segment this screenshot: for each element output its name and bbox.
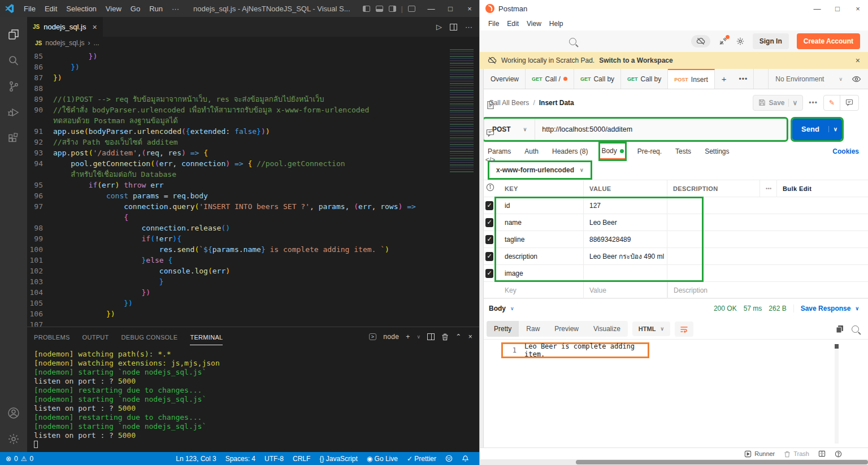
explorer-icon[interactable] bbox=[0, 21, 27, 47]
panel-tab-terminal[interactable]: TERMINAL bbox=[190, 329, 223, 345]
menu-item-1[interactable]: Edit bbox=[40, 5, 62, 13]
status-encoding[interactable]: UTF-8 bbox=[260, 455, 288, 463]
menu-item-2[interactable]: Selection bbox=[62, 5, 101, 13]
request-name[interactable]: Insert Data bbox=[539, 99, 574, 107]
tab-close-icon[interactable]: × bbox=[92, 23, 97, 32]
terminal-shell-label[interactable]: node bbox=[383, 333, 399, 341]
request-more-actions-icon[interactable]: ••• bbox=[809, 99, 818, 107]
config-tab-tests[interactable]: Tests bbox=[674, 144, 692, 159]
config-tab-body[interactable]: Body bbox=[600, 144, 624, 159]
toggle-secondary-sidebar-icon[interactable] bbox=[389, 6, 396, 12]
copy-response-icon[interactable] bbox=[836, 325, 844, 333]
close-panel-icon[interactable]: × bbox=[468, 333, 472, 341]
errors-count[interactable]: 0 bbox=[14, 455, 18, 463]
banner-close-icon[interactable]: × bbox=[856, 56, 860, 65]
cell-description[interactable] bbox=[667, 248, 760, 264]
create-account-button[interactable]: Create Account bbox=[797, 33, 860, 49]
wrap-lines-icon[interactable] bbox=[675, 321, 693, 337]
panel-tab-problems[interactable]: PROBLEMS bbox=[34, 329, 70, 345]
status-badge[interactable]: 200 OK bbox=[714, 305, 737, 312]
toggle-panel-icon[interactable] bbox=[376, 6, 383, 12]
request-tab-0[interactable]: Overview bbox=[484, 69, 526, 89]
config-tab-headers[interactable]: Headers (8) bbox=[551, 144, 589, 159]
cookies-link[interactable]: Cookies bbox=[832, 147, 859, 155]
environment-selector[interactable]: No Environment ∨ bbox=[768, 69, 849, 89]
environment-quick-look-icon[interactable] bbox=[849, 69, 868, 89]
settings-gear-icon[interactable] bbox=[0, 426, 27, 452]
header-more-icon[interactable]: ••• bbox=[760, 180, 777, 197]
customize-layout-icon[interactable] bbox=[408, 6, 415, 12]
menu-item-3[interactable]: View bbox=[101, 5, 126, 13]
feedback-icon[interactable] bbox=[441, 455, 457, 462]
status-indentation[interactable]: Spaces: 4 bbox=[221, 455, 260, 463]
cell-description[interactable] bbox=[667, 214, 760, 231]
warnings-icon[interactable]: ⚠ bbox=[21, 455, 27, 463]
info-icon[interactable] bbox=[486, 183, 494, 192]
terminal-dropdown-icon[interactable]: ∨ bbox=[416, 334, 420, 340]
url-input[interactable]: http://localhost:5000/additem bbox=[535, 125, 639, 133]
status-cursor-position[interactable]: Ln 123, Col 3 bbox=[171, 455, 220, 463]
cell-key[interactable]: id bbox=[499, 197, 584, 214]
config-tab-auth[interactable]: Auth bbox=[523, 144, 540, 159]
errors-icon[interactable]: ⊗ bbox=[6, 455, 11, 463]
placeholder-value[interactable]: Value bbox=[584, 282, 667, 298]
cell-value[interactable]: 127 bbox=[584, 197, 667, 214]
menu-item-4[interactable]: Go bbox=[126, 5, 145, 13]
response-tab-visualize[interactable]: Visualize bbox=[586, 321, 628, 337]
warnings-count[interactable]: 0 bbox=[30, 455, 34, 463]
status-go-live[interactable]: ◉ Go Live bbox=[362, 455, 402, 463]
save-response-button[interactable]: Save Response ∨ bbox=[793, 305, 859, 312]
cell-value[interactable]: Leo Beer bbox=[584, 214, 667, 231]
tab-overflow-icon[interactable]: ••• bbox=[734, 69, 754, 89]
minimize-button[interactable]: — bbox=[422, 0, 441, 17]
cell-key[interactable]: image bbox=[499, 265, 584, 281]
code-snippet-icon[interactable]: </> bbox=[485, 156, 495, 164]
menu-item-2[interactable]: View bbox=[523, 20, 545, 28]
settings-gear-icon[interactable] bbox=[736, 37, 745, 46]
collapsed-sidebar-sliver[interactable] bbox=[480, 69, 484, 447]
cell-value[interactable]: Leo Beer กระป๋อง 490 ml bbox=[584, 248, 667, 264]
minimize-button[interactable]: — bbox=[807, 0, 827, 17]
placeholder-key[interactable]: Key bbox=[499, 282, 584, 298]
trash-button[interactable]: Trash bbox=[784, 450, 809, 458]
response-body[interactable]: 1 Leo Beer is complete adding item. bbox=[480, 339, 868, 447]
cell-value[interactable] bbox=[584, 265, 667, 281]
response-size[interactable]: 262 B bbox=[769, 305, 786, 312]
menu-item-0[interactable]: File bbox=[19, 5, 40, 13]
search-response-icon[interactable] bbox=[852, 325, 859, 333]
status-eol[interactable]: CRLF bbox=[288, 455, 315, 463]
close-button[interactable]: × bbox=[848, 0, 868, 17]
send-button[interactable]: Send ∨ bbox=[792, 119, 842, 140]
menu-item-3[interactable]: Help bbox=[545, 20, 567, 28]
status-language[interactable]: {} JavaScript bbox=[315, 455, 362, 463]
cell-key[interactable]: tagline bbox=[499, 231, 584, 247]
cell-description[interactable] bbox=[667, 231, 760, 247]
save-dropdown-icon[interactable]: ∨ bbox=[788, 99, 798, 107]
terminal[interactable]: [nodemon] watching path(s): *.*[nodemon]… bbox=[27, 346, 479, 452]
send-options-icon[interactable]: ∨ bbox=[828, 126, 842, 132]
search-icon[interactable] bbox=[0, 47, 27, 73]
capture-requests-icon[interactable] bbox=[718, 37, 728, 46]
maximize-button[interactable]: □ bbox=[441, 0, 460, 17]
menu-item-1[interactable]: Edit bbox=[503, 20, 523, 28]
edit-pencil-icon[interactable]: ✎ bbox=[824, 95, 840, 110]
comments-icon[interactable] bbox=[840, 95, 858, 110]
body-type-selector[interactable]: x-www-form-urlencoded ∨ bbox=[489, 162, 591, 178]
tab-nodejs-sql[interactable]: JS nodejs_sql.js × bbox=[27, 17, 103, 37]
panel-tab-output[interactable]: OUTPUT bbox=[83, 329, 109, 345]
switch-workspace-link[interactable]: Switch to a Workspace bbox=[599, 57, 672, 64]
cell-key[interactable]: name bbox=[499, 214, 584, 231]
maximize-panel-icon[interactable]: ⌃ bbox=[455, 333, 461, 341]
request-tab-4[interactable]: POSTInsert bbox=[668, 69, 715, 89]
run-file-icon[interactable]: ▷ bbox=[436, 23, 442, 31]
breadcrumb[interactable]: JS nodejs_sql.js › ... bbox=[27, 37, 479, 49]
sign-in-button[interactable]: Sign In bbox=[753, 33, 789, 49]
notifications-bell-icon[interactable] bbox=[457, 455, 474, 462]
save-button[interactable]: Save ∨ bbox=[753, 95, 804, 111]
bulk-edit-button[interactable]: Bulk Edit bbox=[777, 180, 821, 197]
request-tab-3[interactable]: GETCall by bbox=[621, 69, 668, 89]
chevron-down-icon[interactable]: ∨ bbox=[510, 306, 514, 311]
breadcrumb-file[interactable]: nodejs_sql.js bbox=[45, 39, 84, 47]
new-tab-button[interactable]: + bbox=[715, 69, 734, 89]
request-tab-2[interactable]: GETCall by bbox=[574, 69, 621, 89]
